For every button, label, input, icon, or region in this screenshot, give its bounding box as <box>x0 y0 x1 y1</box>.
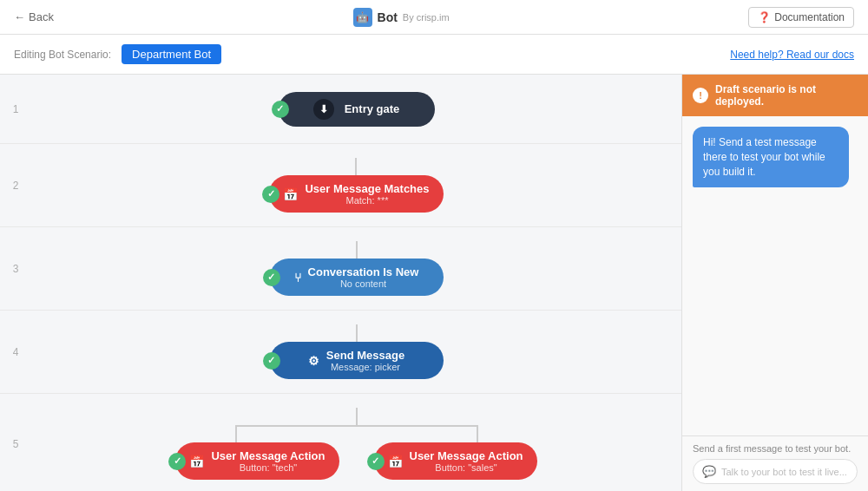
entry-check-badge: ✓ <box>272 101 289 118</box>
chat-bubble: Hi! Send a test message there to test yo… <box>693 127 849 187</box>
chat-bottom: Send a first message to test your bot. 💬… <box>682 435 868 491</box>
app-by: By crisp.im <box>403 12 450 23</box>
doc-label: Documentation <box>774 11 845 23</box>
main-layout: 1 ⬇ Entry gate ✓ 2 <box>0 75 868 491</box>
chat-input[interactable]: 💬 Talk to your bot to test it live... <box>693 459 858 484</box>
user-message-action-left-node[interactable]: ✓ 📅 User Message Action Button: "tech" <box>175 442 339 480</box>
user-message-action-left-label: User Message Action Button: "tech" <box>211 449 325 473</box>
send-message-node[interactable]: ✓ ⚙ Send Message Message: picker <box>270 342 444 379</box>
right-panel: ! Draft scenario is not deployed. Hi! Se… <box>681 75 868 491</box>
row-content-4: ✓ ⚙ Send Message Message: picker <box>31 324 681 379</box>
conversation-is-new-node[interactable]: ✓ ⑂ Conversation Is New No content <box>270 259 444 296</box>
user-message-matches-label: User Message Matches Match: *** <box>305 182 429 206</box>
canvas-row-2: 2 ✓ 📅 User Message Matches Match: *** <box>0 144 681 227</box>
action-left-calendar-icon: 📅 <box>189 455 204 468</box>
alert-icon: ! <box>693 88 708 103</box>
send-check-badge: ✓ <box>263 352 280 370</box>
editing-label: Editing Bot Scenario: <box>14 49 111 61</box>
chat-input-placeholder: Talk to your bot to test it live... <box>721 467 848 477</box>
h-split-line <box>235 425 478 427</box>
canvas-row-1: 1 ⬇ Entry gate ✓ <box>0 75 681 144</box>
bot-name-badge: Department Bot <box>122 44 221 64</box>
entry-gate-node[interactable]: ⬇ Entry gate ✓ <box>279 92 435 127</box>
action-left-check-badge: ✓ <box>168 453 186 470</box>
user-message-action-right-node[interactable]: ✓ 📅 User Message Action Button: "sales" <box>374 442 537 480</box>
row-content-2: ✓ 📅 User Message Matches Match: *** <box>31 158 681 213</box>
back-arrow-icon: ← <box>14 10 25 23</box>
row-num-2: 2 <box>0 180 31 192</box>
alert-text: Draft scenario is not deployed. <box>715 83 858 108</box>
row-content-1: ⬇ Entry gate ✓ <box>31 92 681 127</box>
action-right-check-badge: ✓ <box>367 453 385 470</box>
chat-input-icon: 💬 <box>702 465 716 478</box>
row-num-5: 5 <box>0 438 31 450</box>
connector-3-4 <box>356 324 358 342</box>
back-button[interactable]: ← Back <box>14 10 54 23</box>
subbar: Editing Bot Scenario: Department Bot Nee… <box>0 35 868 75</box>
conversation-is-new-label: Conversation Is New No content <box>308 265 419 289</box>
gear-icon: ⚙ <box>308 354 319 368</box>
row-content-5: ✓ 📅 User Message Action Button: "tech" ✓ <box>31 408 681 480</box>
row-num-3: 3 <box>0 263 31 275</box>
conv-check-badge: ✓ <box>263 269 280 286</box>
user-message-matches-node[interactable]: ✓ 📅 User Message Matches Match: *** <box>269 175 443 213</box>
back-label: Back <box>29 10 54 23</box>
topbar: ← Back 🤖 Bot By crisp.im ❓ Documentation <box>0 0 868 35</box>
canvas-row-3: 3 ✓ ⑂ Conversation Is New No content <box>0 227 681 311</box>
send-message-label: Send Message Message: picker <box>326 349 404 372</box>
right-branch-v <box>477 425 478 442</box>
canvas-area: 1 ⬇ Entry gate ✓ 2 <box>0 75 681 491</box>
calendar-icon: 📅 <box>283 187 298 201</box>
connector-2-3 <box>356 241 358 259</box>
help-icon: ❓ <box>758 11 771 23</box>
user-message-action-right-label: User Message Action Button: "sales" <box>410 449 523 473</box>
connector-4-split <box>356 408 358 425</box>
documentation-button[interactable]: ❓ Documentation <box>748 7 854 28</box>
canvas-row-4: 4 ✓ ⚙ Send Message Message: picker <box>0 311 681 394</box>
row-num-1: 1 <box>0 103 31 115</box>
chat-area: Hi! Send a test message there to test yo… <box>682 116 868 435</box>
app-icon: 🤖 <box>353 8 372 27</box>
download-icon: ⬇ <box>313 99 334 120</box>
chat-hint: Send a first message to test your bot. <box>693 443 858 454</box>
help-link[interactable]: Need help? Read our docs <box>730 49 854 61</box>
canvas-rows: 1 ⬇ Entry gate ✓ 2 <box>0 75 681 491</box>
row-num-4: 4 <box>0 346 31 358</box>
connector-1-2 <box>355 158 357 175</box>
entry-gate-label: Entry gate <box>345 102 400 115</box>
action-right-calendar-icon: 📅 <box>388 455 403 468</box>
alert-banner: ! Draft scenario is not deployed. <box>682 75 868 116</box>
canvas-row-5: 5 <box>0 394 681 491</box>
left-branch-v <box>235 425 237 442</box>
row-content-3: ✓ ⑂ Conversation Is New No content <box>31 241 681 296</box>
app-name: Bot <box>378 10 398 24</box>
msg-check-badge: ✓ <box>262 186 279 203</box>
fork-icon: ⑂ <box>294 271 301 285</box>
